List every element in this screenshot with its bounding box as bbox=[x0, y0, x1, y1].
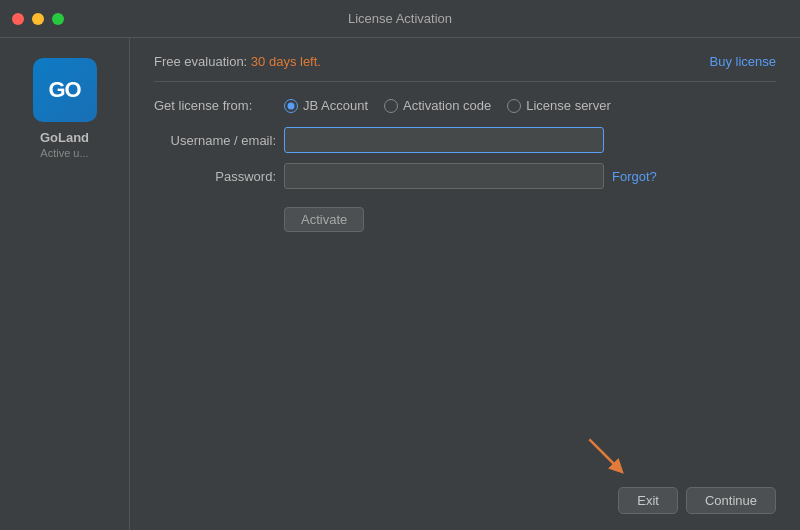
content-area: Free evaluation: 30 days left. Buy licen… bbox=[130, 38, 800, 530]
radio-license-server-input[interactable] bbox=[507, 99, 521, 113]
username-label: Username / email: bbox=[154, 133, 284, 148]
radio-license-server[interactable]: License server bbox=[507, 98, 611, 113]
activate-button[interactable]: Activate bbox=[284, 207, 364, 232]
license-source-label: Get license from: bbox=[154, 98, 264, 113]
minimize-button[interactable] bbox=[32, 13, 44, 25]
window-controls[interactable] bbox=[12, 13, 64, 25]
app-name: GoLand bbox=[40, 130, 89, 145]
window-title: License Activation bbox=[348, 11, 452, 26]
radio-license-server-label: License server bbox=[526, 98, 611, 113]
password-input[interactable] bbox=[284, 163, 604, 189]
close-button[interactable] bbox=[12, 13, 24, 25]
arrow-container bbox=[581, 431, 631, 484]
radio-jb-account[interactable]: JB Account bbox=[284, 98, 368, 113]
exit-button[interactable]: Exit bbox=[618, 487, 678, 514]
bottom-bar: Exit Continue bbox=[154, 471, 776, 514]
app-status: Active u... bbox=[40, 147, 88, 159]
app-icon: GO bbox=[33, 58, 97, 122]
forgot-link[interactable]: Forgot? bbox=[612, 169, 657, 184]
radio-activation-code-input[interactable] bbox=[384, 99, 398, 113]
password-label: Password: bbox=[154, 169, 284, 184]
password-row: Password: Forgot? bbox=[154, 163, 776, 189]
app-icon-text: GO bbox=[48, 77, 80, 103]
radio-jb-account-label: JB Account bbox=[303, 98, 368, 113]
continue-button[interactable]: Continue bbox=[686, 487, 776, 514]
separator bbox=[154, 81, 776, 82]
radio-activation-code-label: Activation code bbox=[403, 98, 491, 113]
radio-jb-account-input[interactable] bbox=[284, 99, 298, 113]
evaluation-label: Free evaluation: bbox=[154, 54, 247, 69]
buy-license-link[interactable]: Buy license bbox=[710, 54, 776, 69]
sidebar: GO GoLand Active u... bbox=[0, 38, 130, 530]
svg-line-1 bbox=[589, 439, 618, 468]
license-radio-group: JB Account Activation code License serve… bbox=[284, 98, 611, 113]
username-row: Username / email: bbox=[154, 127, 776, 153]
top-bar: Free evaluation: 30 days left. Buy licen… bbox=[154, 54, 776, 69]
username-input[interactable] bbox=[284, 127, 604, 153]
activate-row: Activate bbox=[154, 207, 776, 232]
license-source-row: Get license from: JB Account Activation … bbox=[154, 98, 776, 113]
evaluation-info: Free evaluation: 30 days left. bbox=[154, 54, 321, 69]
arrow-icon bbox=[581, 431, 631, 481]
main-layout: GO GoLand Active u... Free evaluation: 3… bbox=[0, 38, 800, 530]
evaluation-days: 30 days left. bbox=[251, 54, 321, 69]
title-bar: License Activation bbox=[0, 0, 800, 38]
radio-activation-code[interactable]: Activation code bbox=[384, 98, 491, 113]
maximize-button[interactable] bbox=[52, 13, 64, 25]
